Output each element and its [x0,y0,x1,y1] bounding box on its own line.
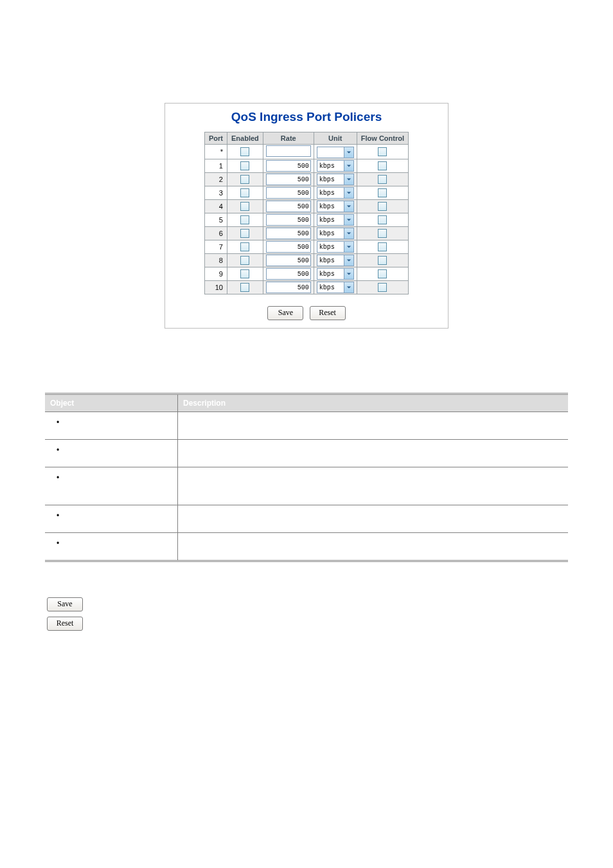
rate-input[interactable]: 500 [266,282,311,293]
port-cell: 2 [204,173,227,186]
enabled-checkbox[interactable] [240,202,249,211]
chevron-down-icon [344,174,353,185]
chevron-down-icon [344,215,353,225]
port-cell: 3 [204,186,227,200]
desc-object: Flow Control [45,532,178,561]
desc-row: PortThe port number for which the config… [45,412,568,440]
reset-button-line: Reset : Click to undo any changes made l… [45,617,568,631]
col-unit: Unit [314,132,357,145]
unit-select[interactable]: kbps [317,282,354,293]
rate-cell: 500 [263,213,314,227]
table-row: 6500kbps [204,227,408,240]
chevron-down-icon [344,147,353,158]
flowcontrol-checkbox[interactable] [378,242,387,251]
unit-select[interactable]: kbps [317,228,354,239]
unit-select[interactable]: kbps [317,255,354,266]
desc-text: The port number for which the configurat… [178,412,569,440]
table-row: 4500kbps [204,200,408,213]
unit-select[interactable]: kbps [317,214,354,226]
panel-button-row: Save Reset [165,302,448,328]
flowcontrol-checkbox[interactable] [378,269,387,278]
rate-cell: 500 [263,173,314,186]
rate-input[interactable] [266,145,311,157]
unit-select[interactable]: kbps [317,187,354,199]
desc-object: Enabled [45,439,178,467]
enabled-checkbox[interactable] [240,242,249,251]
policers-table: Port Enabled Rate Unit Flow Control *150… [204,132,409,294]
table-row: 8500kbps [204,254,408,267]
rate-input[interactable]: 500 [266,187,311,199]
flowcontrol-checkbox[interactable] [378,256,387,265]
unit-select[interactable]: kbps [317,201,354,212]
panel-save-button[interactable]: Save [267,306,303,320]
enabled-cell [227,267,263,281]
enabled-checkbox[interactable] [240,269,249,278]
enabled-checkbox[interactable] [240,161,249,170]
flowcontrol-checkbox[interactable] [378,161,387,170]
unit-cell [314,145,357,159]
unit-select[interactable]: kbps [317,174,354,185]
enabled-cell [227,227,263,240]
page-number: 153 [555,849,567,856]
unit-cell: kbps [314,173,357,186]
table-header-row: Port Enabled Rate Unit Flow Control [204,132,408,145]
rate-cell: 500 [263,200,314,213]
screenshot-panel: QoS Ingress Port Policers Port Enabled R… [164,103,449,329]
enabled-checkbox[interactable] [240,215,249,224]
desc-text: If flow control is enabled and the port … [178,532,569,561]
flowcontrol-checkbox[interactable] [378,283,387,292]
flowcontrol-checkbox[interactable] [378,202,387,211]
panel-title: QoS Ingress Port Policers [165,104,448,132]
flowcontrol-cell [357,213,408,227]
rate-input[interactable]: 500 [266,214,311,226]
enabled-checkbox[interactable] [240,188,249,197]
rate-input[interactable]: 500 [266,160,311,172]
flowcontrol-cell [357,254,408,267]
flowcontrol-cell [357,227,408,240]
buttons-section: Buttons Save : Click to save changes. Re… [45,581,568,631]
chevron-down-icon [344,188,353,198]
flowcontrol-checkbox[interactable] [378,215,387,224]
col-flowctrl: Flow Control [357,132,408,145]
col-port: Port [204,132,227,145]
enabled-checkbox[interactable] [240,256,249,265]
panel-reset-button[interactable]: Reset [310,306,346,320]
port-cell: 10 [204,281,227,294]
unit-select[interactable]: kbps [317,160,354,172]
unit-select[interactable]: kbps [317,268,354,280]
flowcontrol-cell [357,173,408,186]
chevron-down-icon [344,269,353,279]
rate-input[interactable]: 500 [266,174,311,185]
rate-input[interactable]: 500 [266,268,311,280]
rate-input[interactable]: 500 [266,255,311,266]
desc-text: Controls the unit of measure for the pol… [178,505,569,532]
unit-cell: kbps [314,213,357,227]
chevron-down-icon [344,282,353,293]
enabled-cell [227,240,263,254]
rate-input[interactable]: 500 [266,241,311,253]
table-row: 9500kbps [204,267,408,281]
desc-text: Controls the rate for the policer. The d… [178,467,569,505]
save-button[interactable]: Save [47,597,83,611]
rate-input[interactable]: 500 [266,228,311,239]
table-row: 1500kbps [204,159,408,173]
enabled-checkbox[interactable] [240,147,249,156]
flowcontrol-checkbox[interactable] [378,147,387,156]
enabled-checkbox[interactable] [240,175,249,184]
unit-select[interactable] [317,147,354,158]
rate-input[interactable]: 500 [266,201,311,212]
flowcontrol-checkbox[interactable] [378,188,387,197]
enabled-checkbox[interactable] [240,283,249,292]
desc-head-desc: Description [178,394,569,412]
unit-select[interactable]: kbps [317,241,354,253]
unit-cell: kbps [314,267,357,281]
flowcontrol-checkbox[interactable] [378,175,387,184]
col-enabled: Enabled [227,132,263,145]
enabled-cell [227,281,263,294]
reset-button[interactable]: Reset [47,617,83,631]
rate-cell: 500 [263,254,314,267]
table-row: 10500kbps [204,281,408,294]
desc-text: Controls whether the policer is enabled … [178,439,569,467]
enabled-checkbox[interactable] [240,229,249,238]
flowcontrol-checkbox[interactable] [378,229,387,238]
